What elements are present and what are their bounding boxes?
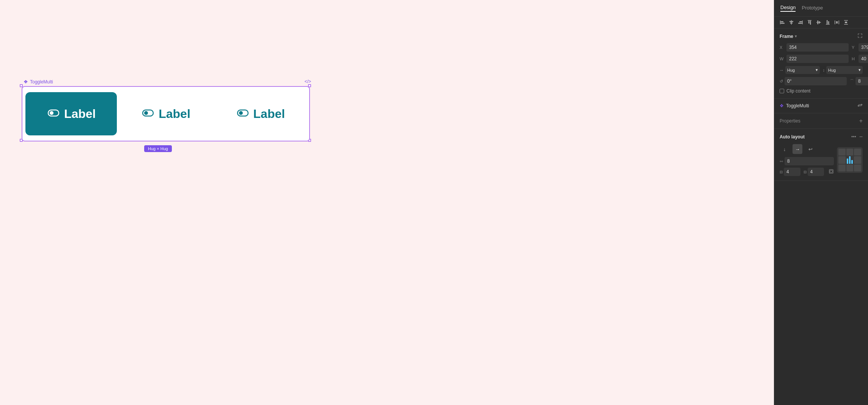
sparkle-component-icon: ❖ [780,103,784,108]
grid-cell-11 [838,149,846,155]
clip-content-checkbox[interactable] [780,89,784,93]
component-name-text: ToggleMulti [786,103,809,108]
hug-y-select[interactable]: Hug ▾ [826,66,863,74]
svg-rect-23 [828,21,829,24]
grid-cell-31 [838,165,846,171]
hug-row: ↔ Hug ▾ ↕ Hug ▾ [780,66,863,74]
distribute-v-btn[interactable] [843,20,849,25]
panel-tabs: Design Prototype [774,0,868,17]
x-input[interactable] [786,43,849,52]
svg-rect-13 [799,21,802,22]
svg-point-3 [144,111,148,115]
frame-section: Frame ▾ X Y W [774,28,868,99]
svg-rect-10 [789,21,793,22]
align-center-h-btn[interactable] [789,20,794,25]
gap-input[interactable] [785,157,834,165]
align-left-btn[interactable] [780,20,785,25]
rotation-radius-row: ↺ ⌒ [780,77,863,85]
radius-icon: ⌒ [850,78,854,84]
svg-rect-17 [810,21,811,25]
autolayout-section: Auto layout ••• − ↓ → ↩ ⇿ [774,129,868,181]
padding-v-item: ⊟ [780,168,800,176]
autolayout-remove-btn[interactable]: − [859,133,863,140]
hug-badge: Hug × Hug [144,145,172,152]
w-label: W [780,57,785,61]
hug-x-select[interactable]: Hug ▾ [785,66,820,74]
grid-cell-33 [854,165,861,171]
clip-content-label: Clip content [786,88,810,94]
pill-icon-2 [141,106,155,121]
pill-icon-1 [47,106,60,121]
x-label: X [780,45,785,50]
w-input[interactable] [786,55,849,63]
distribute-h-btn[interactable] [834,20,840,25]
align-center-v-btn[interactable] [816,20,821,25]
canvas-resize-btn[interactable] [829,169,834,175]
component-adjust-btn[interactable] [857,103,863,108]
toggle-label-2: Label [159,107,190,121]
dir-right-btn[interactable]: → [793,144,802,154]
gap-icon: ⇿ [780,159,783,164]
y-label: Y [852,45,857,50]
padding-v-icon: ⊟ [780,170,783,174]
dir-wrap-btn[interactable]: ↩ [805,144,815,154]
align-toolbar [774,17,868,28]
grid-bar-3 [851,160,853,164]
align-right-btn[interactable] [798,20,803,25]
direction-row: ↓ → ↩ [780,144,834,154]
toggle-item-1[interactable]: Label [25,92,117,135]
pill-icon-3 [236,106,250,121]
padding-row: ⊟ ⊟ [780,168,834,176]
svg-rect-8 [781,23,785,24]
rotation-input[interactable] [785,77,847,85]
svg-rect-12 [802,20,803,24]
svg-rect-6 [780,20,781,24]
svg-rect-16 [808,21,810,24]
align-top-btn[interactable] [807,20,812,25]
grid-bars [847,156,853,164]
svg-rect-22 [827,20,828,24]
toggle-label-1: Label [64,107,96,121]
grid-cell-32 [846,165,854,171]
tab-prototype[interactable]: Prototype [802,5,823,11]
align-bottom-btn[interactable] [825,20,830,25]
grid-cell-13 [854,149,861,155]
hug-x-icon: ↔ [780,68,784,72]
autolayout-more-btn[interactable]: ••• [851,134,856,140]
frame-section-title: Frame ▾ [780,34,797,39]
padding-v-input[interactable] [784,168,800,176]
frame-chevron[interactable]: ▾ [795,34,797,38]
autolayout-actions: ••• − [851,133,863,140]
component-label: ❖ ToggleMulti [24,79,53,85]
padding-h-icon: ⊟ [804,170,807,174]
expand-btn[interactable] [857,33,863,39]
h-input[interactable] [859,55,868,63]
svg-rect-18 [816,22,821,23]
padding-h-input[interactable] [808,168,824,176]
svg-rect-35 [830,170,832,173]
component-name: ❖ ToggleMulti [780,103,809,108]
svg-rect-24 [835,20,835,24]
svg-rect-9 [791,20,792,25]
rotation-icon: ↺ [780,79,783,84]
code-icon[interactable]: </> [305,79,311,84]
dir-down-btn[interactable]: ↓ [780,144,789,154]
component-row: ❖ ToggleMulti [774,99,868,113]
toggle-item-2[interactable]: Label [120,92,211,135]
svg-rect-19 [818,20,819,24]
h-label: H [852,57,857,61]
xy-row: X Y [780,43,863,52]
svg-rect-15 [808,20,811,21]
radius-input[interactable] [855,77,868,85]
component-name-label: ToggleMulti [30,79,53,85]
svg-rect-20 [819,21,820,24]
wh-row: W H [780,55,863,63]
add-property-btn[interactable]: + [859,118,863,124]
tab-design[interactable]: Design [780,5,796,12]
properties-label: Properties [780,118,800,124]
autolayout-grid [837,147,863,173]
y-input[interactable] [859,43,868,52]
canvas: ❖ ToggleMulti </> Label [0,0,774,405]
toggle-item-3[interactable]: Label [215,92,306,135]
grid-cell-12 [846,149,854,155]
